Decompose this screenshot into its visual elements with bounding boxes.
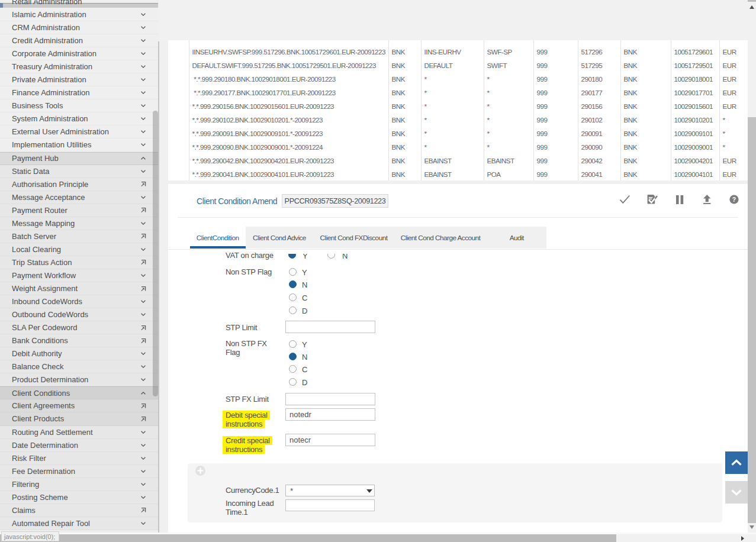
table-row[interactable]: *.*.999.290042.BNK.10029004201.EUR-20091… xyxy=(168,154,748,167)
sidebar-item[interactable]: Credit Administration xyxy=(0,34,158,47)
sidebar-item[interactable]: Implementation Utilities xyxy=(0,138,158,151)
scrollbar-right-arrow[interactable] xyxy=(741,536,744,541)
sidebar-item[interactable]: Message Acceptance xyxy=(0,191,158,204)
table-row[interactable]: *.*.999.290102.BNK.10029010201.*-2009122… xyxy=(168,113,748,127)
sidebar-item[interactable]: Payment Router xyxy=(0,204,158,217)
sidebar-item[interactable]: Corporate Administration xyxy=(0,47,158,60)
vat-n-radio[interactable] xyxy=(327,254,335,259)
tab[interactable]: Audit xyxy=(487,227,547,249)
sidebar-item[interactable]: Automated Repair Tool xyxy=(0,517,158,530)
sidebar-item[interactable]: Static Data xyxy=(0,165,158,178)
sidebar-item-icon xyxy=(140,12,146,18)
table-row[interactable]: IINSEURHV.SWFSP.999.517296.BNK.100517296… xyxy=(168,45,748,59)
sidebar-item-icon xyxy=(140,142,146,148)
sidebar-item[interactable]: Weight Assignment xyxy=(0,282,158,295)
scrollbar-up-arrow[interactable] xyxy=(749,5,754,9)
sidebar-item[interactable]: Filtering xyxy=(0,478,158,491)
sidebar-item[interactable]: Risk Filter xyxy=(0,452,158,465)
sidebar-item-icon xyxy=(140,325,146,331)
sidebar-item-icon xyxy=(140,299,146,305)
sidebar-item[interactable]: Islamic Administration xyxy=(0,8,158,21)
sidebar-item[interactable]: Inbound CodeWords xyxy=(0,295,158,308)
sidebar-item[interactable]: Message Mapping xyxy=(0,217,158,230)
stp-fx-limit-input[interactable] xyxy=(285,393,375,405)
sidebar-item[interactable]: Outbound CodeWords xyxy=(0,308,158,321)
horizontal-scrollbar[interactable] xyxy=(0,534,748,542)
incoming-lead-time-input[interactable] xyxy=(285,499,375,511)
sidebar-item[interactable]: SLA Per Codeword xyxy=(0,321,158,334)
sidebar-item[interactable]: Client Conditions xyxy=(0,386,158,399)
debit-special-instructions-input[interactable] xyxy=(285,408,375,421)
vertical-scrollbar[interactable] xyxy=(748,0,756,534)
sidebar-item[interactable]: Balance Check xyxy=(0,360,158,373)
non-stp-fx-c-radio[interactable] xyxy=(289,365,297,373)
sidebar-item[interactable]: Payment Hub xyxy=(0,152,158,165)
authorize-button[interactable] xyxy=(645,192,660,207)
non-stp-n-radio[interactable] xyxy=(289,280,297,288)
table-row[interactable]: *.*.999.290156.BNK.10029015601.EUR-20091… xyxy=(168,99,748,113)
sidebar-item[interactable]: Private Administration xyxy=(0,73,158,86)
non-stp-fx-n-radio[interactable] xyxy=(289,353,297,360)
non-stp-c-radio[interactable] xyxy=(289,293,297,301)
sidebar-item-icon xyxy=(140,168,146,174)
table-row[interactable]: *.*.999.290090.BNK.10029009001.*-2009122… xyxy=(168,140,748,154)
sidebar-item[interactable]: CRM Administration xyxy=(0,21,158,34)
sidebar-item[interactable]: Finance Administration xyxy=(0,86,158,99)
table-cell: * xyxy=(421,113,484,127)
sidebar-item[interactable]: Payment Workflow xyxy=(0,269,158,282)
table-row[interactable]: *.*.999.290041.BNK.10029004101.EUR-20091… xyxy=(168,167,748,180)
sidebar-item[interactable]: Business Tools xyxy=(0,99,158,112)
table-row[interactable]: *.*.999.290091.BNK.10029009101.*-2009122… xyxy=(168,127,748,140)
sidebar-item[interactable]: Debit Authority xyxy=(0,347,158,360)
stp-limit-input[interactable] xyxy=(285,321,375,333)
sidebar-item[interactable]: Date Determination xyxy=(0,439,158,452)
sidebar-item[interactable]: Client Products xyxy=(0,412,158,425)
sidebar-item[interactable]: Authorisation Principle xyxy=(0,178,158,191)
sidebar-item[interactable]: System Administration xyxy=(0,112,158,125)
sidebar-item[interactable]: Claims xyxy=(0,504,158,517)
table-cell: * xyxy=(719,127,748,140)
horizontal-scrollbar-thumb[interactable] xyxy=(0,534,616,542)
non-stp-fx-y-radio[interactable] xyxy=(289,340,297,348)
vertical-scrollbar-thumb[interactable] xyxy=(748,117,756,523)
scroll-down-button[interactable] xyxy=(725,481,748,504)
table-cell: EUR xyxy=(719,59,748,72)
upload-button[interactable] xyxy=(700,192,714,207)
add-row-button[interactable] xyxy=(195,466,205,476)
credit-special-instructions-input[interactable] xyxy=(285,434,375,446)
non-stp-fx-d-radio[interactable] xyxy=(289,378,297,386)
tab[interactable]: ClientCondition xyxy=(190,227,246,249)
table-row[interactable]: DEFAULT.SWIFT.999.517295.BNK.10051729501… xyxy=(168,59,748,72)
currency-code-select[interactable]: * xyxy=(285,485,375,496)
vat-y-radio[interactable] xyxy=(288,254,296,259)
sidebar-item[interactable]: Fee Determination xyxy=(0,465,158,478)
confirm-button[interactable] xyxy=(617,192,632,207)
sidebar-item[interactable]: Batch Server xyxy=(0,230,158,243)
sidebar-item[interactable]: Trip Status Action xyxy=(0,256,158,269)
help-button[interactable]: ? xyxy=(727,192,741,207)
scroll-to-top-button[interactable] xyxy=(725,451,748,474)
sidebar-item-label: Automated Repair Tool xyxy=(12,519,140,528)
sidebar-scrollbar-thumb[interactable] xyxy=(153,111,158,396)
tab-label: Audit xyxy=(510,234,524,242)
tab[interactable]: Client Cond Advice xyxy=(246,227,314,249)
table-row[interactable]: *.*.999.290180.BNK.10029018001.EUR-20091… xyxy=(168,72,748,86)
sidebar-item[interactable]: External User Administration xyxy=(0,125,158,138)
sidebar-item[interactable]: Local Clearing xyxy=(0,243,158,256)
sidebar-item[interactable]: Routing And Settlement xyxy=(0,426,158,439)
sidebar-item[interactable]: Client Agreements xyxy=(0,399,158,412)
non-stp-d-radio[interactable] xyxy=(289,307,297,314)
sidebar-item[interactable]: Bank Conditions xyxy=(0,334,158,347)
sidebar-item[interactable]: Product Determination xyxy=(0,373,158,386)
sidebar-item[interactable]: Posting Scheme xyxy=(0,491,158,504)
hold-button[interactable] xyxy=(673,192,687,207)
sidebar-item-icon xyxy=(140,312,146,318)
non-stp-y-radio[interactable] xyxy=(289,268,297,276)
scrollbar-down-arrow[interactable] xyxy=(749,525,754,529)
sidebar-item[interactable]: Treasury Administration xyxy=(0,60,158,73)
table-row[interactable]: *.*.999.290177.BNK.10029017701.EUR-20091… xyxy=(168,86,748,99)
tab[interactable]: Client Cond FXDiscount xyxy=(314,227,394,249)
sidebar-item-retail-administration-partial[interactable]: Retail Administration xyxy=(0,0,158,8)
chevron-down-icon xyxy=(141,78,146,81)
tab[interactable]: Client Cond Charge Account xyxy=(394,227,487,249)
